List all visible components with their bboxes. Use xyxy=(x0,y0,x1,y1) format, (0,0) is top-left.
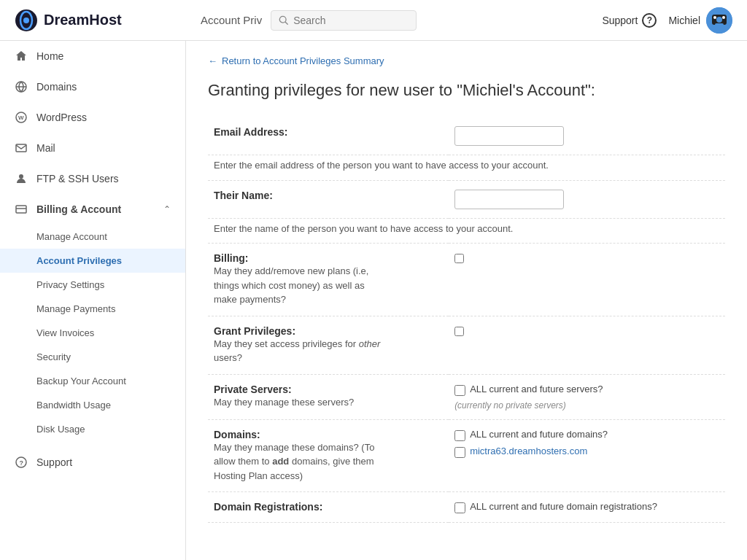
back-link-text: Return to Account Privileges Summary xyxy=(222,55,384,66)
header-right: Support ? Michiel xyxy=(602,7,732,34)
domains-all-option: ALL current and future domains? xyxy=(454,429,719,441)
wordpress-icon: W xyxy=(15,111,28,124)
search-input[interactable] xyxy=(293,15,403,26)
sidebar-item-manage-account[interactable]: Manage Account xyxy=(36,225,185,249)
private-servers-note: (currently no private servers) xyxy=(454,400,719,411)
support-circle-icon: ? xyxy=(15,456,28,469)
name-input[interactable] xyxy=(454,190,564,209)
svg-line-4 xyxy=(285,22,287,24)
private-servers-label: Private Servers: xyxy=(214,384,443,395)
domains-description: May they manage these domains? (To allow… xyxy=(214,440,389,483)
sidebar-item-privacy-settings[interactable]: Privacy Settings xyxy=(36,273,185,297)
sidebar-item-wordpress[interactable]: W WordPress xyxy=(0,102,185,133)
table-row: Enter the name of the person you want to… xyxy=(208,218,725,244)
svg-point-9 xyxy=(713,16,716,19)
domain-reg-all-checkbox[interactable] xyxy=(454,502,465,513)
table-row: Email Address: xyxy=(208,117,725,155)
domains-all-label: ALL current and future domains? xyxy=(470,429,608,440)
sidebar-item-security[interactable]: Security xyxy=(36,345,185,369)
private-servers-all-option: ALL current and future servers? xyxy=(454,384,719,396)
header-center: Account Priv xyxy=(201,10,602,31)
sidebar-item-view-invoices[interactable]: View Invoices xyxy=(36,321,185,345)
user-menu[interactable]: Michiel xyxy=(668,7,732,34)
table-row: Private Servers: May they manage these s… xyxy=(208,374,725,419)
chevron-up-icon: ⌃ xyxy=(163,204,171,214)
billing-left: Billing & Account xyxy=(15,203,121,216)
back-link[interactable]: ← Return to Account Privileges Summary xyxy=(208,55,725,66)
table-row: Domain Registrations: ALL current and fu… xyxy=(208,492,725,523)
sidebar-item-backup-account[interactable]: Backup Your Account xyxy=(36,369,185,393)
svg-point-7 xyxy=(716,17,722,23)
domain-reg-options: ALL current and future domain registrati… xyxy=(454,501,719,513)
svg-text:W: W xyxy=(18,114,24,121)
sidebar-item-support[interactable]: ? Support xyxy=(0,447,185,478)
search-area[interactable] xyxy=(271,10,417,31)
email-input[interactable] xyxy=(454,126,564,146)
billing-field-label: Billing: xyxy=(214,252,443,264)
domains-specific-label: mictra63.dreamhosters.com xyxy=(470,446,587,456)
sidebar-item-mail-label: Mail xyxy=(36,142,55,154)
back-arrow-icon: ← xyxy=(208,55,217,66)
domain-reg-all-option: ALL current and future domain registrati… xyxy=(454,501,719,513)
search-icon xyxy=(279,15,289,26)
user-icon xyxy=(15,172,28,185)
sidebar-support-label: Support xyxy=(36,456,72,468)
svg-rect-14 xyxy=(16,144,26,152)
home-icon xyxy=(15,50,28,63)
header-breadcrumb: Account Priv xyxy=(201,14,262,26)
svg-rect-8 xyxy=(715,23,724,26)
sidebar-item-bandwidth-usage[interactable]: Bandwidth Usage xyxy=(36,393,185,417)
sidebar-item-ftp[interactable]: FTP & SSH Users xyxy=(0,163,185,194)
sidebar-item-home-label: Home xyxy=(36,50,63,62)
grant-privileges-label: Grant Privileges: xyxy=(214,325,443,337)
private-servers-all-label: ALL current and future servers? xyxy=(470,384,603,394)
name-description: Enter the name of the person you want to… xyxy=(214,223,513,234)
table-row: Domains: May they manage these domains? … xyxy=(208,419,725,492)
sidebar: Home Domains W WordPress xyxy=(0,41,186,560)
email-label: Email Address: xyxy=(208,117,449,155)
billing-icon xyxy=(15,203,28,216)
logo-text: DreamHost xyxy=(44,12,122,28)
globe-icon xyxy=(15,80,28,93)
mail-icon xyxy=(15,141,28,155)
private-servers-description: May they manage these servers? xyxy=(214,395,389,410)
user-name: Michiel xyxy=(668,15,700,26)
email-description: Enter the email address of the person yo… xyxy=(214,160,549,171)
billing-checkbox[interactable] xyxy=(454,254,464,263)
support-button[interactable]: Support ? xyxy=(602,13,657,28)
email-field-cell xyxy=(449,117,725,155)
sidebar-item-account-privileges[interactable]: Account Privileges xyxy=(0,249,185,273)
grant-privileges-checkbox[interactable] xyxy=(454,327,464,336)
domains-all-checkbox[interactable] xyxy=(454,430,465,441)
domains-specific-checkbox[interactable] xyxy=(454,447,465,458)
grant-privileges-description: May they set access privileges for other… xyxy=(214,337,389,365)
svg-point-2 xyxy=(23,18,29,23)
table-row: Grant Privileges: May they set access pr… xyxy=(208,316,725,374)
private-servers-all-checkbox[interactable] xyxy=(454,385,465,396)
sidebar-item-wordpress-label: WordPress xyxy=(36,112,87,123)
content-area: ← Return to Account Privileges Summary G… xyxy=(186,41,747,560)
domain-reg-all-label: ALL current and future domain registrati… xyxy=(470,501,657,512)
support-label: Support xyxy=(602,15,638,26)
svg-point-15 xyxy=(19,174,23,179)
sidebar-item-domains-label: Domains xyxy=(36,81,77,93)
sidebar-item-mail[interactable]: Mail xyxy=(0,133,185,163)
sidebar-item-manage-payments[interactable]: Manage Payments xyxy=(36,297,185,321)
domains-specific-option: mictra63.dreamhosters.com xyxy=(454,446,719,458)
table-row: Enter the email address of the person yo… xyxy=(208,155,725,181)
domain-reg-label: Domain Registrations: xyxy=(214,501,443,513)
table-row: Billing: May they add/remove new plans (… xyxy=(208,244,725,316)
support-icon: ? xyxy=(642,13,657,28)
sidebar-item-domains[interactable]: Domains xyxy=(0,71,185,102)
name-label: Their Name: xyxy=(208,180,449,218)
sidebar-item-disk-usage[interactable]: Disk Usage xyxy=(36,417,185,441)
dreamhost-logo-icon xyxy=(15,9,38,32)
table-row: Their Name: xyxy=(208,180,725,218)
avatar xyxy=(706,7,732,34)
billing-submenu: Manage Account Account Privileges Privac… xyxy=(0,225,185,441)
name-field-cell xyxy=(449,180,725,218)
sidebar-item-home[interactable]: Home xyxy=(0,41,185,71)
sidebar-item-billing[interactable]: Billing & Account ⌃ xyxy=(0,194,185,225)
main: Home Domains W WordPress xyxy=(0,41,747,560)
logo-area: DreamHost xyxy=(15,9,201,32)
